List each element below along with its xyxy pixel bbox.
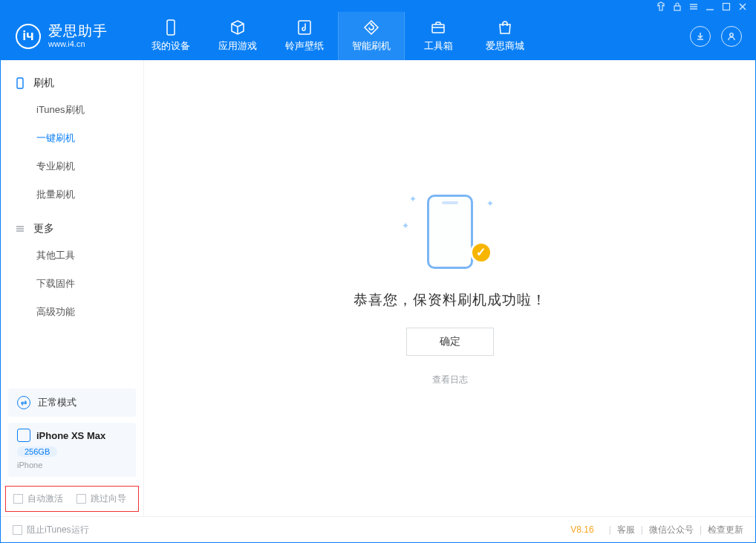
- checkbox-icon: [13, 525, 22, 535]
- svg-rect-8: [167, 20, 175, 35]
- nav-label: 智能刷机: [352, 39, 391, 53]
- link-support[interactable]: 客服: [617, 524, 635, 536]
- sidebar-item-onekey-flash[interactable]: 一键刷机: [1, 124, 143, 152]
- nav-label: 我的设备: [151, 39, 190, 53]
- user-icon[interactable]: [721, 26, 742, 47]
- svg-rect-5: [723, 3, 730, 10]
- nav-label: 工具箱: [424, 39, 453, 53]
- checkbox-icon: [13, 494, 23, 504]
- sparkle-icon: ✦: [409, 194, 417, 204]
- view-log-link[interactable]: 查看日志: [432, 374, 468, 386]
- header: iч 爱思助手 www.i4.cn 我的设备 应用游戏 铃声壁纸 智能刷机: [1, 12, 755, 60]
- svg-rect-9: [299, 21, 310, 34]
- nav-my-device[interactable]: 我的设备: [137, 12, 204, 60]
- svg-rect-12: [17, 78, 23, 88]
- success-illustration: ✦ ✦ ✦ ✓: [402, 191, 498, 273]
- bag-icon: [497, 19, 513, 36]
- download-icon[interactable]: [690, 26, 711, 47]
- nav-smart-flash[interactable]: 智能刷机: [338, 12, 405, 60]
- sidebar-cat-label: 更多: [33, 222, 54, 235]
- version-label: V8.16: [570, 524, 593, 535]
- nav-toolbox[interactable]: 工具箱: [405, 12, 472, 60]
- mode-icon: ⇄: [17, 396, 30, 409]
- list-icon: [14, 223, 26, 235]
- app-window: iч 爱思助手 www.i4.cn 我的设备 应用游戏 铃声壁纸 智能刷机: [0, 0, 756, 543]
- nav-label: 铃声壁纸: [285, 39, 324, 53]
- sidebar-item-pro-flash[interactable]: 专业刷机: [1, 152, 143, 181]
- sidebar-item-batch-flash[interactable]: 批量刷机: [1, 181, 143, 209]
- ok-button[interactable]: 确定: [406, 328, 494, 356]
- header-right: [690, 26, 755, 47]
- sidebar-item-other-tools[interactable]: 其他工具: [1, 241, 143, 270]
- logo-icon: iч: [16, 24, 41, 49]
- main-panel: ✦ ✦ ✦ ✓ 恭喜您，保资料刷机成功啦！ 确定 查看日志: [144, 60, 755, 516]
- device-mode-card[interactable]: ⇄ 正常模式: [8, 388, 136, 417]
- refresh-icon: [363, 19, 379, 36]
- sidebar-cat-flash: 刷机: [1, 71, 143, 96]
- toolbox-icon: [430, 19, 446, 36]
- shirt-icon[interactable]: [656, 1, 666, 12]
- check-icon: ✓: [470, 241, 492, 264]
- phone-graphic: [427, 195, 473, 269]
- sidebar-item-itunes-flash[interactable]: iTunes刷机: [1, 96, 143, 124]
- sidebar-item-advanced[interactable]: 高级功能: [1, 298, 143, 326]
- checkbox-auto-activate[interactable]: 自动激活: [13, 492, 63, 505]
- cube-icon: [229, 19, 246, 36]
- sparkle-icon: ✦: [402, 221, 409, 231]
- device-icon: [163, 19, 179, 36]
- app-logo: iч 爱思助手 www.i4.cn: [1, 24, 123, 49]
- link-wechat[interactable]: 微信公众号: [649, 524, 694, 536]
- phone-icon: [14, 77, 26, 89]
- sidebar-cat-label: 刷机: [33, 77, 54, 90]
- options-highlight-box: 自动激活 跳过向导: [5, 486, 139, 512]
- close-icon[interactable]: [737, 1, 748, 12]
- phone-icon: [17, 429, 30, 442]
- sidebar-list: 刷机 iTunes刷机 一键刷机 专业刷机 批量刷机 更多 其他工具 下载固件 …: [1, 60, 143, 388]
- device-card[interactable]: iPhone XS Max 256GB iPhone: [8, 423, 136, 477]
- sidebar-cat-more: 更多: [1, 216, 143, 241]
- music-icon: [296, 19, 313, 36]
- svg-rect-0: [674, 6, 680, 10]
- minimize-icon[interactable]: [705, 1, 715, 12]
- app-name: 爱思助手: [48, 24, 108, 39]
- link-check-update[interactable]: 检查更新: [708, 524, 743, 536]
- maximize-icon[interactable]: [721, 1, 731, 12]
- nav-apps-games[interactable]: 应用游戏: [204, 12, 271, 60]
- checkbox-label: 阻止iTunes运行: [27, 524, 89, 536]
- checkbox-skip-guide[interactable]: 跳过向导: [76, 492, 126, 505]
- device-type: iPhone: [17, 461, 127, 469]
- statusbar: 阻止iTunes运行 V8.16 | 客服 | 微信公众号 | 检查更新: [1, 516, 755, 542]
- checkbox-label: 自动激活: [27, 492, 63, 505]
- checkbox-icon: [76, 494, 86, 504]
- sidebar: 刷机 iTunes刷机 一键刷机 专业刷机 批量刷机 更多 其他工具 下载固件 …: [1, 60, 144, 516]
- app-url: www.i4.cn: [48, 39, 108, 48]
- checkbox-block-itunes[interactable]: 阻止iTunes运行: [13, 524, 89, 536]
- lock-icon[interactable]: [672, 1, 682, 12]
- device-name: iPhone XS Max: [36, 430, 105, 441]
- nav-ringtone-wallpaper[interactable]: 铃声壁纸: [271, 12, 338, 60]
- menu-icon[interactable]: [688, 1, 699, 12]
- sparkle-icon: ✦: [486, 198, 494, 209]
- titlebar: [1, 1, 755, 12]
- checkbox-label: 跳过向导: [91, 492, 126, 505]
- nav-store[interactable]: 爱思商城: [472, 12, 538, 60]
- device-mode-label: 正常模式: [38, 396, 76, 409]
- success-message: 恭喜您，保资料刷机成功啦！: [353, 290, 547, 310]
- top-nav: 我的设备 应用游戏 铃声壁纸 智能刷机 工具箱 爱思商城: [137, 12, 538, 60]
- nav-label: 应用游戏: [218, 39, 257, 53]
- body: 刷机 iTunes刷机 一键刷机 专业刷机 批量刷机 更多 其他工具 下载固件 …: [1, 60, 755, 516]
- svg-rect-10: [432, 25, 444, 33]
- svg-point-11: [730, 33, 733, 36]
- sidebar-item-download-firmware[interactable]: 下载固件: [1, 270, 143, 298]
- nav-label: 爱思商城: [486, 39, 524, 53]
- device-capacity: 256GB: [17, 446, 57, 457]
